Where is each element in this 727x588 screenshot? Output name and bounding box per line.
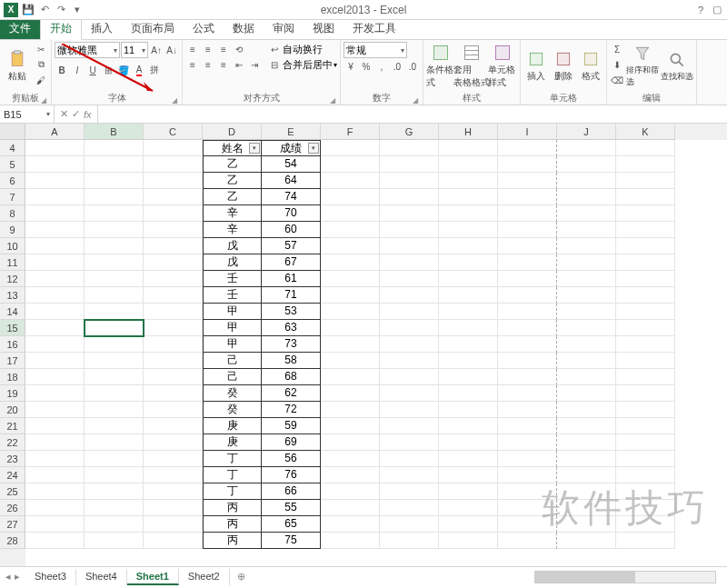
cell[interactable] (498, 140, 557, 156)
cell[interactable] (380, 271, 439, 287)
cell[interactable] (25, 500, 85, 516)
cell[interactable] (557, 173, 616, 189)
cell[interactable] (144, 254, 203, 271)
cell[interactable] (498, 304, 557, 320)
cell[interactable] (616, 173, 675, 189)
cell[interactable] (498, 533, 557, 549)
row-header[interactable]: 7 (0, 189, 25, 205)
number-format-select[interactable]: 常规▾ (344, 42, 407, 58)
dialog-launcher-icon[interactable]: ◢ (172, 96, 177, 105)
column-header-C[interactable]: C (144, 124, 203, 140)
cell[interactable] (557, 434, 616, 451)
cell[interactable]: 53 (262, 304, 321, 320)
cell[interactable] (144, 189, 203, 205)
cell[interactable] (25, 287, 85, 304)
cell[interactable] (498, 402, 557, 418)
cell[interactable]: 己 (203, 369, 262, 385)
paste-button[interactable]: 粘贴 (3, 42, 32, 91)
cell[interactable] (25, 533, 85, 549)
cell[interactable] (144, 222, 203, 238)
column-header-B[interactable]: B (85, 124, 144, 140)
cell[interactable] (498, 189, 557, 205)
cell[interactable] (144, 434, 203, 451)
cell[interactable] (85, 156, 144, 173)
cell[interactable] (616, 189, 675, 205)
cell[interactable] (321, 254, 380, 271)
cell[interactable] (616, 254, 675, 271)
column-header-H[interactable]: H (439, 124, 498, 140)
cell[interactable]: 庚 (203, 418, 262, 434)
formula-bar[interactable] (98, 105, 727, 123)
row-header[interactable]: 21 (0, 418, 25, 434)
cell[interactable] (25, 238, 85, 254)
cell[interactable] (439, 238, 498, 254)
cell[interactable] (85, 369, 144, 385)
cell[interactable] (557, 451, 616, 467)
cell[interactable] (557, 222, 616, 238)
cell[interactable]: 60 (262, 222, 321, 238)
cell[interactable] (144, 353, 203, 369)
cell[interactable] (439, 156, 498, 173)
cell[interactable] (85, 402, 144, 418)
cell[interactable] (498, 271, 557, 287)
cell[interactable]: 乙 (203, 173, 262, 189)
cell[interactable] (498, 483, 557, 500)
sheet-prev-icon[interactable]: ◂ (5, 571, 11, 583)
tab-data[interactable]: 数据 (224, 18, 264, 39)
cell[interactable] (380, 418, 439, 434)
cell[interactable] (25, 353, 85, 369)
row-header[interactable]: 15 (0, 320, 25, 336)
cell[interactable] (498, 205, 557, 222)
column-header-E[interactable]: E (262, 124, 321, 140)
cell[interactable] (85, 189, 144, 205)
align-bottom-icon[interactable]: ≡ (216, 42, 231, 56)
cell[interactable] (557, 336, 616, 353)
cell[interactable]: 丁 (203, 451, 262, 467)
row-header[interactable]: 27 (0, 516, 25, 533)
cell[interactable] (616, 385, 675, 402)
add-sheet-button[interactable]: ⊕ (230, 569, 253, 584)
cell[interactable] (321, 353, 380, 369)
cell[interactable] (144, 320, 203, 336)
find-select-button[interactable]: 查找和选 (661, 42, 693, 91)
cell[interactable] (144, 287, 203, 304)
cell[interactable]: 57 (262, 238, 321, 254)
save-icon[interactable]: 💾 (22, 4, 35, 16)
cell[interactable] (616, 402, 675, 418)
cell[interactable]: 61 (262, 271, 321, 287)
font-name-select[interactable]: 微软雅黑▾ (55, 42, 120, 58)
row-header[interactable]: 10 (0, 238, 25, 254)
fill-color-icon[interactable]: 🪣 (116, 63, 131, 77)
cell[interactable] (557, 369, 616, 385)
cell[interactable] (557, 189, 616, 205)
cell[interactable] (25, 222, 85, 238)
align-left-icon[interactable]: ≡ (185, 57, 200, 72)
cell[interactable] (616, 467, 675, 483)
cell[interactable] (439, 336, 498, 353)
bold-button[interactable]: B (55, 63, 69, 77)
row-header[interactable]: 25 (0, 483, 25, 500)
cell[interactable] (380, 140, 439, 156)
cell[interactable] (144, 418, 203, 434)
cell[interactable]: 壬 (203, 271, 262, 287)
cell[interactable] (144, 402, 203, 418)
cell[interactable] (144, 451, 203, 467)
cell[interactable] (616, 205, 675, 222)
sheet-tab[interactable]: Sheet1 (127, 569, 179, 585)
name-box[interactable]: B15▾ (0, 105, 55, 123)
cell[interactable] (439, 483, 498, 500)
cell[interactable] (85, 320, 144, 336)
sort-filter-button[interactable]: 排序和筛选 (626, 42, 659, 91)
cell[interactable] (321, 500, 380, 516)
horizontal-scrollbar[interactable] (534, 571, 716, 583)
phonetic-icon[interactable]: 拼 (147, 63, 162, 77)
tab-review[interactable]: 审阅 (264, 18, 304, 39)
cell[interactable]: 62 (262, 385, 321, 402)
format-cells-button[interactable]: 格式 (578, 42, 603, 91)
cell[interactable] (321, 533, 380, 549)
cell[interactable] (380, 467, 439, 483)
row-header[interactable]: 13 (0, 287, 25, 304)
cell[interactable] (498, 500, 557, 516)
cell[interactable] (557, 287, 616, 304)
cell[interactable] (498, 434, 557, 451)
